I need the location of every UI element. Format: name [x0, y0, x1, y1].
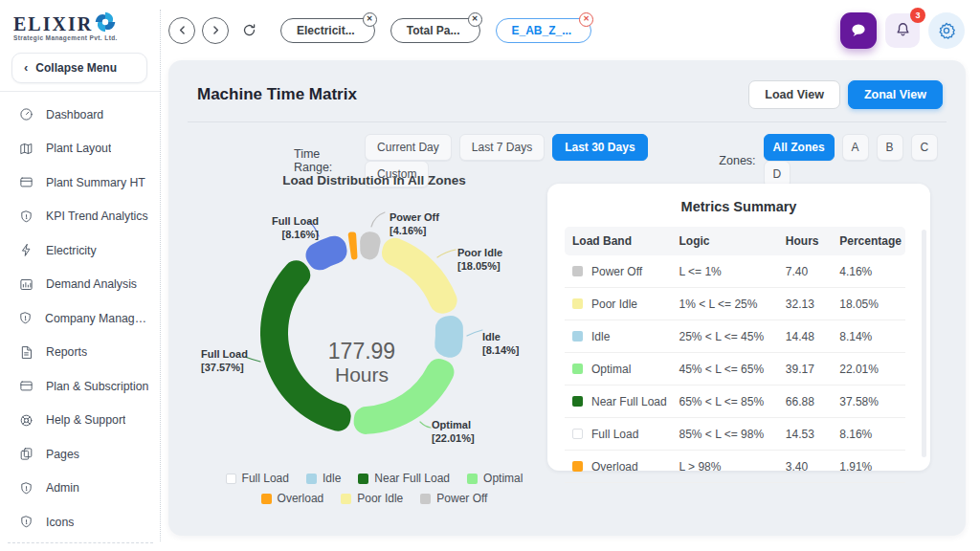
band-hours: 66.88 — [782, 386, 835, 418]
sidebar-item-label: Help & Support — [46, 413, 125, 427]
load-distribution-chart: Load Distribution in All Zones Power Off… — [178, 173, 570, 529]
callout-full-load: Full Load [8.16%] — [233, 214, 319, 241]
legend-item-overload[interactable]: Overload — [261, 492, 324, 505]
tab-total-pa[interactable]: Total Pa...✕ — [390, 18, 480, 43]
donut-segment-overload[interactable]: Overload: 3.4 h (1.91%) — [348, 231, 358, 259]
donut-center-label: 177.99 Hours — [304, 340, 419, 386]
table-row-overload: OverloadL > 98%3.401.91% — [565, 451, 905, 483]
settings-button[interactable] — [928, 12, 965, 49]
legend-item-poor-idle[interactable]: Poor Idle — [341, 492, 403, 505]
tab-e-ab-z[interactable]: E_AB_Z_...✕ — [496, 18, 592, 43]
brand-logo: ELIXIR Strategic Management Pvt. Ltd. — [0, 0, 161, 45]
legend-label: Optimal — [483, 472, 523, 485]
sidebar-item-icons[interactable]: Icons — [0, 505, 161, 540]
column-header-percentage: Percentage — [835, 227, 905, 255]
collapse-menu-button[interactable]: ‹ Collapse Menu — [11, 53, 147, 83]
forward-button[interactable] — [202, 17, 229, 44]
sidebar-item-pages[interactable]: Pages — [0, 437, 161, 472]
band-hours: 3.40 — [782, 451, 835, 483]
legend-swatch — [420, 494, 431, 504]
header-divider — [188, 121, 947, 122]
legend-label: Near Full Load — [374, 472, 450, 485]
sidebar-item-demand-analysis[interactable]: Demand Analysis — [0, 268, 161, 302]
band-name: Poor Idle — [591, 298, 637, 311]
sidebar-item-label: Reports — [46, 345, 87, 359]
legend-swatch — [467, 474, 478, 484]
filter-c-button[interactable]: C — [911, 134, 939, 161]
legend-label: Overload — [278, 492, 324, 505]
donut-segment-poor-idle[interactable]: Poor Idle: 32.13 h (18.05%) — [382, 238, 457, 314]
zonal-view-button[interactable]: Zonal View — [848, 80, 943, 109]
sidebar-item-help-support[interactable]: Help & Support — [0, 404, 161, 438]
sidebar-item-plant-summary-ht[interactable]: Plant Summary HT — [0, 165, 161, 200]
close-tab-icon[interactable]: ✕ — [363, 12, 377, 27]
metrics-scrollbar[interactable] — [922, 230, 926, 457]
band-hours: 14.48 — [782, 320, 835, 353]
main-panel: Machine Time Matrix Load View Zonal View… — [168, 60, 966, 536]
filter-current-day-button[interactable]: Current Day — [365, 134, 452, 161]
gear-icon — [937, 21, 956, 40]
app-window: ELIXIR Strategic Management Pvt. Ltd. ‹ … — [0, 0, 980, 551]
total-hours-value: 177.99 — [304, 340, 419, 364]
chat-button[interactable] — [840, 12, 877, 49]
callout-idle: Idle [8.14%] — [482, 330, 520, 357]
refresh-button[interactable] — [235, 17, 262, 44]
sidebar-item-kpi-trend-analytics[interactable]: KPI Trend Analytics — [0, 200, 161, 234]
total-hours-unit: Hours — [304, 364, 419, 386]
legend-item-full-load[interactable]: Full Load — [226, 472, 289, 485]
band-logic: 1% < L <= 25% — [675, 288, 781, 320]
sidebar-item-label: KPI Trend Analytics — [46, 209, 148, 223]
headset-icon — [18, 412, 33, 428]
sidebar-item-label: Plan & Subscription — [46, 380, 148, 393]
sidebar-item-dashboard[interactable]: Dashboard — [0, 98, 161, 132]
filter-all-zones-button[interactable]: All Zones — [764, 134, 835, 161]
band-name: Idle — [591, 330, 610, 343]
zone-buttons: All ZonesABCD — [764, 134, 966, 187]
band-swatch — [572, 364, 583, 374]
band-percentage: 1.91% — [835, 451, 905, 483]
donut-segment-power-off[interactable]: Power Off: 7.4 h (4.16%) — [360, 231, 380, 259]
legend-item-optimal[interactable]: Optimal — [467, 472, 523, 485]
legend-item-power-off[interactable]: Power Off — [420, 492, 487, 505]
sidebar-item-reports[interactable]: Reports — [0, 336, 161, 370]
load-view-button[interactable]: Load View — [748, 80, 840, 109]
band-percentage: 4.16% — [835, 255, 905, 288]
gauge-icon — [18, 107, 33, 122]
donut-segment-idle[interactable]: Idle: 14.48 h (8.14%) — [434, 316, 463, 358]
sidebar-item-label: Company Managem... — [45, 312, 151, 325]
callout-power-off: Power Off [4.16%] — [390, 210, 439, 237]
sidebar-item-plan-subscription[interactable]: Plan & Subscription — [0, 369, 161, 404]
column-header-hours: Hours — [782, 227, 835, 255]
legend-item-idle[interactable]: Idle — [306, 472, 341, 485]
back-button[interactable] — [168, 17, 195, 44]
table-row-power-off: Power OffL <= 1%7.404.16% — [565, 255, 905, 288]
notifications-button[interactable]: 3 — [885, 13, 920, 48]
sidebar-item-label: Plant Layout — [46, 142, 111, 155]
sidebar-item-label: Dashboard — [46, 108, 103, 121]
close-tab-icon[interactable]: ✕ — [579, 12, 593, 27]
filter-a-button[interactable]: A — [842, 134, 869, 161]
sidebar-item-company-managem[interactable]: Company Managem... — [0, 301, 161, 336]
file-icon — [18, 344, 33, 360]
sidebar-item-admin[interactable]: Admin — [0, 472, 161, 506]
sidebar-item-electricity[interactable]: Electricity — [0, 233, 161, 268]
bolt-icon — [18, 243, 33, 258]
sidebar-item-plant-layout[interactable]: Plant Layout — [0, 132, 161, 166]
legend-item-near-full-load[interactable]: Near Full Load — [358, 472, 450, 485]
chart-icon — [18, 276, 33, 292]
filter-last-7-days-button[interactable]: Last 7 Days — [459, 134, 545, 161]
shield-icon — [18, 480, 33, 496]
refresh-icon — [242, 23, 256, 37]
band-name: Near Full Load — [591, 395, 667, 408]
tab-electricit[interactable]: Electricit...✕ — [280, 18, 375, 43]
band-name: Optimal — [591, 363, 631, 376]
filter-last-30-days-button[interactable]: Last 30 Days — [552, 134, 647, 161]
shield-icon — [18, 209, 33, 224]
close-tab-icon[interactable]: ✕ — [468, 12, 482, 27]
chat-bubble-icon — [848, 20, 869, 41]
tab-label: E_AB_Z_... — [512, 24, 572, 37]
table-row-full-load: Full Load85% < L <= 98%14.538.16% — [565, 418, 905, 451]
column-header-logic: Logic — [675, 227, 781, 255]
sidebar-bottom-divider — [8, 542, 153, 543]
filter-b-button[interactable]: B — [877, 134, 903, 161]
